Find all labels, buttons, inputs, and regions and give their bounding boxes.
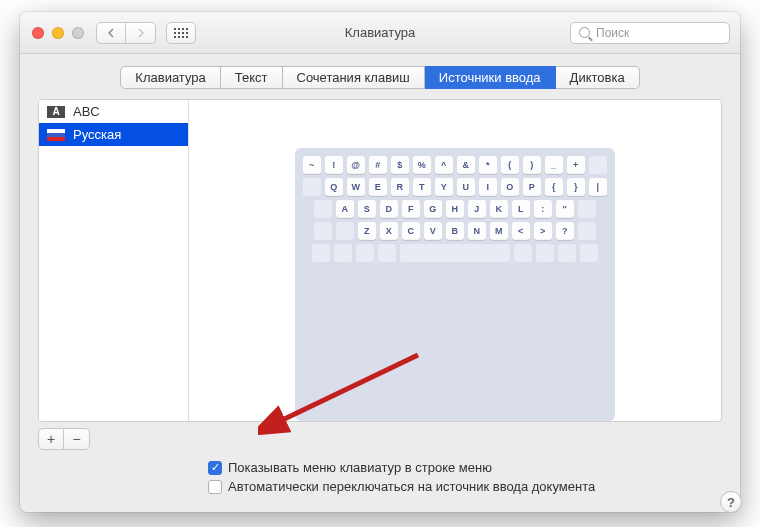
- key: }: [567, 178, 585, 196]
- show-all-button[interactable]: [166, 22, 196, 44]
- key: D: [380, 200, 398, 218]
- key: :: [534, 200, 552, 218]
- zoom-icon[interactable]: [72, 27, 84, 39]
- key: {: [545, 178, 563, 196]
- tab-text[interactable]: Текст: [221, 66, 283, 89]
- keyboard-abc-icon: A: [47, 106, 65, 118]
- key: V: [424, 222, 442, 240]
- key: S: [358, 200, 376, 218]
- key: G: [424, 200, 442, 218]
- key: A: [336, 200, 354, 218]
- key: Q: [325, 178, 343, 196]
- tab-shortcuts[interactable]: Сочетания клавиш: [283, 66, 425, 89]
- help-button[interactable]: ?: [720, 491, 740, 512]
- add-button[interactable]: +: [38, 428, 64, 450]
- key: F: [402, 200, 420, 218]
- key-blank: [558, 244, 576, 262]
- remove-button[interactable]: −: [64, 428, 90, 450]
- key-blank: [303, 178, 321, 196]
- key-blank: [580, 244, 598, 262]
- key-blank: [589, 156, 607, 174]
- key-space: [400, 244, 510, 262]
- key-blank: [378, 244, 396, 262]
- key: R: [391, 178, 409, 196]
- key: N: [468, 222, 486, 240]
- preferences-window: Клавиатура Поиск Клавиатура Текст Сочета…: [20, 12, 740, 512]
- key: C: [402, 222, 420, 240]
- list-footer: + −: [38, 422, 188, 450]
- grid-icon: [174, 28, 188, 38]
- keyboard-graphic: ~!@#$%^&*()_+ QWERTYUIOP{}| ASDFGHJKL:" …: [295, 148, 615, 421]
- tab-dictation[interactable]: Диктовка: [556, 66, 640, 89]
- close-icon[interactable]: [32, 27, 44, 39]
- flag-russia-icon: [47, 129, 65, 141]
- main-pane: A ABC Русская ~!@#$%^&*()_+ QWERTYUIOP{}…: [38, 99, 722, 422]
- checkbox-icon[interactable]: [208, 461, 222, 475]
- key: P: [523, 178, 541, 196]
- forward-button[interactable]: [126, 22, 156, 44]
- key: >: [534, 222, 552, 240]
- key: (: [501, 156, 519, 174]
- key: L: [512, 200, 530, 218]
- nav-back-forward: [96, 22, 156, 44]
- key: H: [446, 200, 464, 218]
- key: X: [380, 222, 398, 240]
- key: #: [369, 156, 387, 174]
- key: ": [556, 200, 574, 218]
- key: +: [567, 156, 585, 174]
- search-placeholder: Поиск: [596, 26, 629, 40]
- key: _: [545, 156, 563, 174]
- window-title: Клавиатура: [345, 25, 415, 40]
- key: B: [446, 222, 464, 240]
- key-blank: [312, 244, 330, 262]
- key: J: [468, 200, 486, 218]
- tab-bar: Клавиатура Текст Сочетания клавиш Источн…: [20, 54, 740, 99]
- key: $: [391, 156, 409, 174]
- key: T: [413, 178, 431, 196]
- key-blank: [536, 244, 554, 262]
- key: *: [479, 156, 497, 174]
- key: ): [523, 156, 541, 174]
- key: M: [490, 222, 508, 240]
- list-item[interactable]: A ABC: [39, 100, 188, 123]
- key: !: [325, 156, 343, 174]
- key: ^: [435, 156, 453, 174]
- source-label: Русская: [73, 127, 121, 142]
- key: ~: [303, 156, 321, 174]
- key: W: [347, 178, 365, 196]
- key: E: [369, 178, 387, 196]
- tab-input-sources[interactable]: Источники ввода: [425, 66, 556, 89]
- key: ?: [556, 222, 574, 240]
- search-field[interactable]: Поиск: [570, 22, 730, 44]
- key-blank: [514, 244, 532, 262]
- key-blank: [336, 222, 354, 240]
- key-blank: [356, 244, 374, 262]
- key: I: [479, 178, 497, 196]
- key: %: [413, 156, 431, 174]
- key: U: [457, 178, 475, 196]
- option-label: Показывать меню клавиатур в строке меню: [228, 460, 492, 475]
- key-blank: [314, 222, 332, 240]
- back-button[interactable]: [96, 22, 126, 44]
- options: Показывать меню клавиатур в строке меню …: [208, 460, 722, 498]
- minimize-icon[interactable]: [52, 27, 64, 39]
- key: O: [501, 178, 519, 196]
- source-label: ABC: [73, 104, 100, 119]
- key: &: [457, 156, 475, 174]
- content-area: A ABC Русская ~!@#$%^&*()_+ QWERTYUIOP{}…: [20, 99, 740, 512]
- checkbox-icon[interactable]: [208, 480, 222, 494]
- option-show-menu[interactable]: Показывать меню клавиатур в строке меню: [208, 460, 722, 475]
- input-source-list: A ABC Русская: [39, 100, 189, 421]
- key-blank: [578, 222, 596, 240]
- key-blank: [578, 200, 596, 218]
- option-auto-switch[interactable]: Автоматически переключаться на источник …: [208, 479, 722, 494]
- key: <: [512, 222, 530, 240]
- list-item[interactable]: Русская: [39, 123, 188, 146]
- chevron-right-icon: [137, 28, 145, 38]
- key: K: [490, 200, 508, 218]
- chevron-left-icon: [107, 28, 115, 38]
- key: Y: [435, 178, 453, 196]
- key: Z: [358, 222, 376, 240]
- key: |: [589, 178, 607, 196]
- tab-keyboard[interactable]: Клавиатура: [120, 66, 220, 89]
